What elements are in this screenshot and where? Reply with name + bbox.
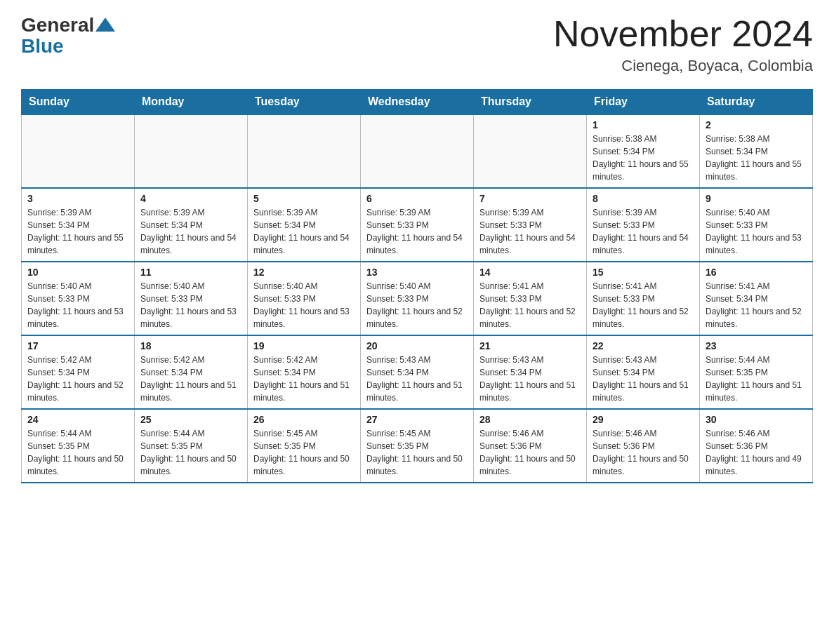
- calendar-cell: 30Sunrise: 5:46 AMSunset: 5:36 PMDayligh…: [700, 409, 813, 483]
- day-number: 1: [593, 119, 694, 130]
- day-info: Sunrise: 5:39 AMSunset: 5:34 PMDaylight:…: [27, 206, 128, 257]
- calendar-cell: 12Sunrise: 5:40 AMSunset: 5:33 PMDayligh…: [248, 262, 361, 335]
- calendar-cell: 24Sunrise: 5:44 AMSunset: 5:35 PMDayligh…: [22, 409, 135, 483]
- calendar-cell: 20Sunrise: 5:43 AMSunset: 5:34 PMDayligh…: [361, 335, 474, 409]
- day-info: Sunrise: 5:39 AMSunset: 5:33 PMDaylight:…: [366, 206, 468, 257]
- calendar-cell: 15Sunrise: 5:41 AMSunset: 5:33 PMDayligh…: [587, 262, 700, 335]
- calendar-cell: 1Sunrise: 5:38 AMSunset: 5:34 PMDaylight…: [587, 114, 700, 188]
- weekday-header-thursday: Thursday: [474, 90, 587, 115]
- calendar-cell: 23Sunrise: 5:44 AMSunset: 5:35 PMDayligh…: [700, 335, 813, 409]
- day-number: 29: [593, 414, 694, 425]
- calendar-cell: 5Sunrise: 5:39 AMSunset: 5:34 PMDaylight…: [248, 188, 361, 262]
- calendar-table: SundayMondayTuesdayWednesdayThursdayFrid…: [21, 89, 813, 483]
- calendar-cell: 3Sunrise: 5:39 AMSunset: 5:34 PMDaylight…: [22, 188, 135, 262]
- day-number: 12: [253, 267, 355, 278]
- day-number: 23: [706, 340, 807, 351]
- day-number: 8: [593, 193, 694, 204]
- page-subtitle: Cienega, Boyaca, Colombia: [553, 57, 813, 75]
- day-number: 2: [706, 119, 807, 130]
- calendar-header-row: SundayMondayTuesdayWednesdayThursdayFrid…: [22, 90, 813, 115]
- calendar-cell: 10Sunrise: 5:40 AMSunset: 5:33 PMDayligh…: [22, 262, 135, 335]
- day-number: 26: [253, 414, 355, 425]
- day-info: Sunrise: 5:39 AMSunset: 5:34 PMDaylight:…: [140, 206, 241, 257]
- weekday-header-monday: Monday: [135, 90, 248, 115]
- day-info: Sunrise: 5:40 AMSunset: 5:33 PMDaylight:…: [366, 280, 468, 330]
- calendar-cell: 13Sunrise: 5:40 AMSunset: 5:33 PMDayligh…: [361, 262, 474, 335]
- day-number: 4: [140, 193, 241, 204]
- day-info: Sunrise: 5:45 AMSunset: 5:35 PMDaylight:…: [366, 427, 468, 478]
- calendar-cell: [22, 114, 135, 188]
- day-number: 20: [366, 340, 468, 351]
- calendar-cell: 16Sunrise: 5:41 AMSunset: 5:34 PMDayligh…: [700, 262, 813, 335]
- logo-general-text: General: [21, 14, 94, 36]
- day-info: Sunrise: 5:41 AMSunset: 5:33 PMDaylight:…: [593, 280, 694, 330]
- weekday-header-sunday: Sunday: [22, 90, 135, 115]
- logo-triangle-icon: [95, 18, 115, 32]
- day-number: 11: [140, 267, 241, 278]
- calendar-cell: 17Sunrise: 5:42 AMSunset: 5:34 PMDayligh…: [22, 335, 135, 409]
- day-number: 18: [140, 340, 241, 351]
- day-info: Sunrise: 5:46 AMSunset: 5:36 PMDaylight:…: [593, 427, 694, 478]
- calendar-week-row: 1Sunrise: 5:38 AMSunset: 5:34 PMDaylight…: [22, 114, 813, 188]
- day-info: Sunrise: 5:38 AMSunset: 5:34 PMDaylight:…: [706, 133, 807, 183]
- day-number: 25: [140, 414, 241, 425]
- day-number: 3: [27, 193, 128, 204]
- day-info: Sunrise: 5:46 AMSunset: 5:36 PMDaylight:…: [479, 427, 581, 478]
- calendar-cell: 19Sunrise: 5:42 AMSunset: 5:34 PMDayligh…: [248, 335, 361, 409]
- day-info: Sunrise: 5:38 AMSunset: 5:34 PMDaylight:…: [593, 133, 694, 183]
- calendar-cell: 26Sunrise: 5:45 AMSunset: 5:35 PMDayligh…: [248, 409, 361, 483]
- calendar-cell: 9Sunrise: 5:40 AMSunset: 5:33 PMDaylight…: [700, 188, 813, 262]
- title-area: November 2024 Cienega, Boyaca, Colombia: [553, 14, 813, 75]
- day-info: Sunrise: 5:44 AMSunset: 5:35 PMDaylight:…: [706, 354, 807, 404]
- calendar-cell: 29Sunrise: 5:46 AMSunset: 5:36 PMDayligh…: [587, 409, 700, 483]
- day-info: Sunrise: 5:39 AMSunset: 5:34 PMDaylight:…: [253, 206, 355, 257]
- day-info: Sunrise: 5:39 AMSunset: 5:33 PMDaylight:…: [593, 206, 694, 257]
- page-title: November 2024: [553, 14, 813, 54]
- day-info: Sunrise: 5:43 AMSunset: 5:34 PMDaylight:…: [593, 354, 694, 404]
- calendar-cell: 22Sunrise: 5:43 AMSunset: 5:34 PMDayligh…: [587, 335, 700, 409]
- calendar-cell: [135, 114, 248, 188]
- calendar-cell: 2Sunrise: 5:38 AMSunset: 5:34 PMDaylight…: [700, 114, 813, 188]
- day-number: 14: [479, 267, 581, 278]
- calendar-cell: 4Sunrise: 5:39 AMSunset: 5:34 PMDaylight…: [135, 188, 248, 262]
- day-info: Sunrise: 5:41 AMSunset: 5:34 PMDaylight:…: [706, 280, 807, 330]
- day-number: 27: [366, 414, 468, 425]
- day-info: Sunrise: 5:40 AMSunset: 5:33 PMDaylight:…: [253, 280, 355, 330]
- weekday-header-wednesday: Wednesday: [361, 90, 474, 115]
- calendar-cell: 25Sunrise: 5:44 AMSunset: 5:35 PMDayligh…: [135, 409, 248, 483]
- weekday-header-friday: Friday: [587, 90, 700, 115]
- day-info: Sunrise: 5:40 AMSunset: 5:33 PMDaylight:…: [706, 206, 807, 257]
- calendar-cell: 27Sunrise: 5:45 AMSunset: 5:35 PMDayligh…: [361, 409, 474, 483]
- calendar-cell: 18Sunrise: 5:42 AMSunset: 5:34 PMDayligh…: [135, 335, 248, 409]
- day-info: Sunrise: 5:44 AMSunset: 5:35 PMDaylight:…: [140, 427, 241, 478]
- logo-blue-text: Blue: [21, 35, 115, 58]
- calendar-cell: 14Sunrise: 5:41 AMSunset: 5:33 PMDayligh…: [474, 262, 587, 335]
- day-info: Sunrise: 5:39 AMSunset: 5:33 PMDaylight:…: [479, 206, 581, 257]
- calendar-cell: [248, 114, 361, 188]
- calendar-cell: 28Sunrise: 5:46 AMSunset: 5:36 PMDayligh…: [474, 409, 587, 483]
- day-info: Sunrise: 5:46 AMSunset: 5:36 PMDaylight:…: [706, 427, 807, 478]
- day-info: Sunrise: 5:45 AMSunset: 5:35 PMDaylight:…: [253, 427, 355, 478]
- day-info: Sunrise: 5:42 AMSunset: 5:34 PMDaylight:…: [140, 354, 241, 404]
- logo: General Blue: [21, 14, 115, 58]
- calendar-week-row: 24Sunrise: 5:44 AMSunset: 5:35 PMDayligh…: [22, 409, 813, 483]
- weekday-header-saturday: Saturday: [700, 90, 813, 115]
- page-header: General Blue November 2024 Cienega, Boya…: [21, 14, 813, 75]
- day-info: Sunrise: 5:41 AMSunset: 5:33 PMDaylight:…: [479, 280, 581, 330]
- calendar-cell: 6Sunrise: 5:39 AMSunset: 5:33 PMDaylight…: [361, 188, 474, 262]
- calendar-week-row: 3Sunrise: 5:39 AMSunset: 5:34 PMDaylight…: [22, 188, 813, 262]
- day-number: 21: [479, 340, 581, 351]
- day-info: Sunrise: 5:44 AMSunset: 5:35 PMDaylight:…: [27, 427, 128, 478]
- day-info: Sunrise: 5:42 AMSunset: 5:34 PMDaylight:…: [27, 354, 128, 404]
- day-number: 24: [27, 414, 128, 425]
- day-number: 17: [27, 340, 128, 351]
- calendar-cell: [361, 114, 474, 188]
- day-info: Sunrise: 5:43 AMSunset: 5:34 PMDaylight:…: [366, 354, 468, 404]
- day-number: 15: [593, 267, 694, 278]
- calendar-cell: 8Sunrise: 5:39 AMSunset: 5:33 PMDaylight…: [587, 188, 700, 262]
- calendar-cell: [474, 114, 587, 188]
- day-info: Sunrise: 5:43 AMSunset: 5:34 PMDaylight:…: [479, 354, 581, 404]
- calendar-cell: 21Sunrise: 5:43 AMSunset: 5:34 PMDayligh…: [474, 335, 587, 409]
- day-number: 19: [253, 340, 355, 351]
- day-number: 6: [366, 193, 468, 204]
